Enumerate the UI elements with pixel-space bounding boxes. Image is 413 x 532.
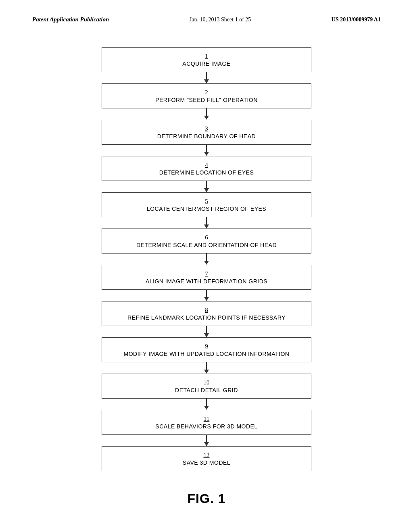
arrow-head: [204, 406, 209, 410]
step-number-12: 12: [204, 452, 210, 459]
step-label-11: SCALE BEHAVIORS FOR 3D MODEL: [155, 423, 257, 430]
step-label-10: DETACH DETAIL GRID: [175, 387, 238, 393]
arrow-head: [204, 116, 209, 120]
flow-arrow-9: [204, 362, 209, 374]
flow-step-3: 3DETERMINE BOUNDARY OF HEAD: [102, 120, 311, 145]
flowchart: 1ACQUIRE IMAGE2PERFORM "SEED FILL" OPERA…: [0, 35, 413, 479]
flow-step-12: 12SAVE 3D MODEL: [102, 446, 311, 471]
arrow-line: [206, 254, 207, 261]
arrow-head: [204, 297, 209, 301]
step-label-12: SAVE 3D MODEL: [183, 459, 230, 466]
step-number-8: 8: [205, 307, 208, 314]
step-label-3: DETERMINE BOUNDARY OF HEAD: [157, 133, 256, 139]
arrow-line: [206, 290, 207, 297]
arrow-head: [204, 188, 209, 192]
flow-arrow-5: [204, 217, 209, 229]
arrow-head: [204, 370, 209, 374]
step-number-4: 4: [205, 162, 208, 168]
step-number-3: 3: [205, 125, 208, 132]
figure-caption: FIG. 1: [0, 491, 413, 506]
arrow-head: [204, 152, 209, 156]
step-label-2: PERFORM "SEED FILL" OPERATION: [155, 97, 258, 103]
step-number-7: 7: [205, 270, 208, 277]
arrow-line: [206, 145, 207, 152]
flow-step-2: 2PERFORM "SEED FILL" OPERATION: [102, 83, 311, 108]
arrow-line: [206, 217, 207, 224]
step-number-10: 10: [204, 379, 210, 386]
step-label-8: REFINE LANDMARK LOCATION POINTS IF NECES…: [127, 314, 286, 321]
arrow-head: [204, 224, 209, 229]
flow-step-5: 5LOCATE CENTERMOST REGION OF EYES: [102, 192, 311, 217]
step-label-1: ACQUIRE IMAGE: [182, 60, 230, 67]
flow-arrow-3: [204, 145, 209, 156]
flow-step-7: 7ALIGN IMAGE WITH DEFORMATION GRIDS: [102, 265, 311, 290]
arrow-line: [206, 435, 207, 442]
header: Patent Application Publication Jan. 10, …: [0, 0, 413, 31]
flow-step-9: 9MODIFY IMAGE WITH UPDATED LOCATION INFO…: [102, 337, 311, 362]
arrow-head: [204, 442, 209, 446]
flow-arrow-10: [204, 399, 209, 410]
step-number-9: 9: [205, 343, 208, 350]
step-number-6: 6: [205, 234, 208, 241]
patent-number-label: US 2013/0009979 A1: [332, 17, 381, 23]
flow-arrow-6: [204, 254, 209, 265]
flow-arrow-2: [204, 108, 209, 120]
arrow-line: [206, 72, 207, 79]
step-number-1: 1: [205, 53, 208, 60]
page: Patent Application Publication Jan. 10, …: [0, 0, 413, 532]
step-label-9: MODIFY IMAGE WITH UPDATED LOCATION INFOR…: [124, 351, 290, 357]
step-number-5: 5: [205, 198, 208, 205]
flow-step-8: 8REFINE LANDMARK LOCATION POINTS IF NECE…: [102, 301, 311, 326]
arrow-line: [206, 326, 207, 333]
arrow-head: [204, 261, 209, 265]
flow-step-4: 4DETERMINE LOCATION OF EYES: [102, 156, 311, 181]
arrow-line: [206, 108, 207, 116]
step-number-11: 11: [204, 416, 209, 422]
step-label-5: LOCATE CENTERMOST REGION OF EYES: [147, 206, 266, 212]
flow-step-11: 11SCALE BEHAVIORS FOR 3D MODEL: [102, 410, 311, 435]
flow-arrow-7: [204, 290, 209, 301]
step-number-2: 2: [205, 89, 208, 96]
flow-step-6: 6DETERMINE SCALE AND ORIENTATION OF HEAD: [102, 229, 311, 254]
flow-arrow-4: [204, 181, 209, 192]
step-label-6: DETERMINE SCALE AND ORIENTATION OF HEAD: [136, 242, 277, 248]
arrow-line: [206, 181, 207, 188]
flow-arrow-11: [204, 435, 209, 446]
step-label-4: DETERMINE LOCATION OF EYES: [159, 169, 254, 176]
flow-step-10: 10DETACH DETAIL GRID: [102, 374, 311, 399]
publication-label: Patent Application Publication: [32, 16, 109, 23]
arrow-line: [206, 399, 207, 406]
flow-arrow-8: [204, 326, 209, 337]
arrow-line: [206, 362, 207, 370]
date-sheet-label: Jan. 10, 2013 Sheet 1 of 25: [190, 17, 251, 23]
step-label-7: ALIGN IMAGE WITH DEFORMATION GRIDS: [146, 278, 267, 285]
arrow-head: [204, 333, 209, 337]
flow-arrow-1: [204, 72, 209, 83]
flow-step-1: 1ACQUIRE IMAGE: [102, 47, 311, 72]
arrow-head: [204, 79, 209, 83]
